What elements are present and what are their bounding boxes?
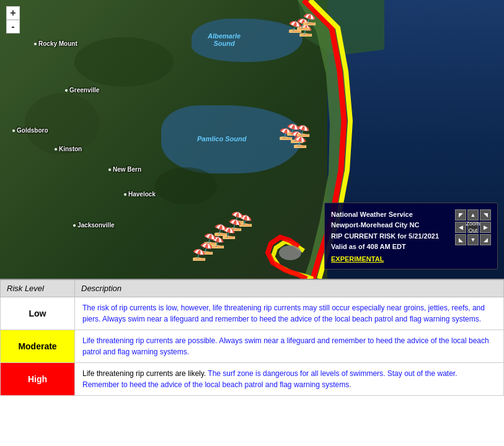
- umbrella-icon-9: ⛱️: [293, 135, 307, 149]
- nav-down-right[interactable]: ◢: [480, 234, 491, 245]
- nav-right[interactable]: ▶: [480, 222, 491, 233]
- nws-location: Newport-Morehead City NC: [331, 220, 454, 231]
- col-description: Description: [75, 279, 504, 297]
- city-new-bern: New Bern: [108, 166, 141, 173]
- desc-high: Life threatening rip currents are likely…: [75, 363, 504, 396]
- desc-moderate: Life threatening rip currents are possib…: [75, 330, 504, 363]
- nav-down[interactable]: ▼: [467, 234, 479, 245]
- zoom-out-button[interactable]: -: [6, 20, 20, 33]
- rip-current-risk: RIP CURRENT RISK for 5/21/2021: [331, 231, 454, 242]
- legend-row-moderate: Moderate Life threatening rip currents a…: [1, 330, 504, 363]
- nav-arrows: ◤ ▲ ◥ ◀ ZoomOut ▶ ◣ ▼ ◢: [455, 209, 491, 245]
- zoom-in-button[interactable]: +: [6, 6, 20, 20]
- city-kinston: Kinston: [55, 146, 82, 152]
- desc-low: The risk of rip currents is low, however…: [75, 297, 504, 330]
- city-jacksonville: Jacksonville: [73, 222, 114, 229]
- nav-left[interactable]: ◀: [455, 222, 466, 233]
- pamlico-sound-label: Pamlico Sound: [197, 135, 246, 142]
- experimental-label: EXPERIMENTAL: [331, 255, 454, 263]
- info-panel: National Weather Service Newport-Morehea…: [324, 203, 498, 269]
- zoom-out-center[interactable]: ZoomOut: [467, 222, 479, 233]
- nav-up[interactable]: ▲: [467, 209, 479, 221]
- nav-down-left[interactable]: ◣: [455, 234, 466, 245]
- albemarle-sound-label: AlbemarleSound: [208, 32, 241, 47]
- umbrella-icon-18: ⛱️: [192, 248, 206, 261]
- city-goldsboro: Goldsboro: [12, 127, 48, 134]
- city-rocky-mount: Rocky Mount: [34, 40, 77, 47]
- nav-up-left[interactable]: ◤: [455, 209, 466, 221]
- risk-level-low: Low: [1, 297, 75, 330]
- desc-high-black: Life threatening rip currents are likely…: [82, 369, 206, 378]
- nav-up-right[interactable]: ◥: [480, 209, 491, 221]
- valid-time: Valid as of 408 AM EDT: [331, 242, 454, 253]
- map-container: Rocky Mount Greenville Goldsboro Kinston…: [0, 0, 504, 279]
- col-risk-level: Risk Level: [1, 279, 75, 297]
- umbrella-icon-4: ⛱️: [303, 12, 316, 26]
- legend-row-low: Low The risk of rip currents is low, how…: [1, 297, 504, 330]
- legend-row-high: High Life threatening rip currents are l…: [1, 363, 504, 396]
- risk-level-moderate: Moderate: [1, 330, 75, 363]
- nws-title: National Weather Service: [331, 209, 454, 221]
- city-greenville: Greenville: [65, 87, 99, 94]
- risk-level-high: High: [1, 363, 75, 396]
- legend-table: Risk Level Description Low The risk of r…: [0, 279, 504, 396]
- city-havelock: Havelock: [124, 191, 156, 198]
- zoom-controls: + -: [6, 6, 20, 33]
